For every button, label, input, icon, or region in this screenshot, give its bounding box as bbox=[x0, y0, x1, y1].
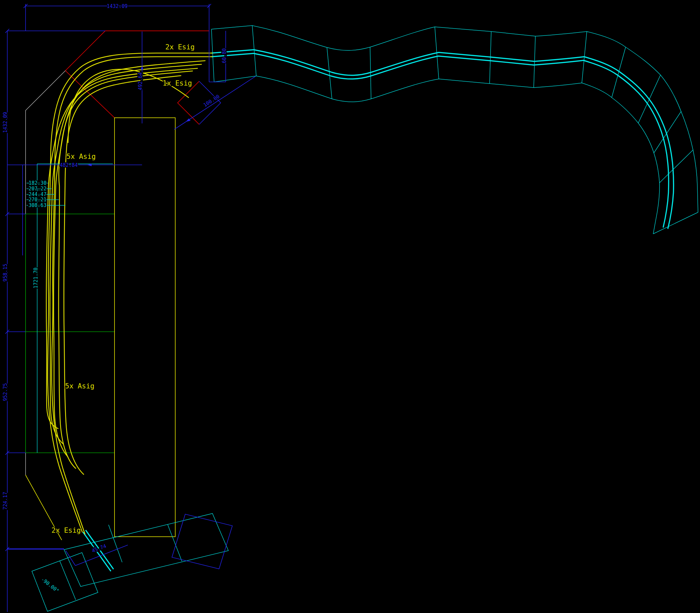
tube-end-cap bbox=[653, 212, 698, 234]
dim-diag-lower: 45.74 bbox=[91, 543, 107, 554]
esig-cable-2 bbox=[52, 57, 213, 534]
esig-cable-1 bbox=[48, 53, 213, 532]
dim-left-seg-1: 1432.09 bbox=[2, 112, 8, 133]
tube-panel-divider bbox=[660, 150, 693, 183]
label-asig-lower: 5x Asig bbox=[65, 382, 94, 390]
tube-cable-b bbox=[212, 53, 669, 227]
dim-asig-row: 482.84 bbox=[60, 162, 78, 168]
red-diagonal-right bbox=[65, 71, 115, 118]
cad-drawing: 1432.09 1432.09 958.15 952.75 724.17 492… bbox=[0, 0, 700, 613]
cad-viewport[interactable]: 1432.09 1432.09 958.15 952.75 724.17 492… bbox=[0, 0, 700, 613]
bottom-box-divider bbox=[109, 525, 122, 562]
offset-label-4: 270.21 bbox=[28, 197, 47, 203]
asig-cable-4 bbox=[59, 71, 192, 468]
dim-top-width: 1432.09 bbox=[106, 3, 127, 9]
offset-label-5: 308.63 bbox=[28, 203, 47, 208]
label-esig-top: 2x Esig bbox=[165, 43, 195, 51]
diamond-red-edges bbox=[178, 81, 199, 125]
dim-bottom-angle: -90.00° bbox=[40, 576, 60, 594]
tube-panel-divider bbox=[212, 29, 214, 82]
dim-cyan-span: 1721.70 bbox=[33, 268, 39, 288]
dim-tube-entry: 60.80 bbox=[221, 48, 227, 63]
offset-label-1: 182.30 bbox=[28, 180, 47, 186]
bottom-box-divider bbox=[168, 524, 182, 561]
tube-panel-divider bbox=[654, 112, 681, 153]
tube-outline-bottom bbox=[214, 76, 660, 234]
tube-panel-divider bbox=[252, 26, 256, 76]
dimension-layer: 1432.09 1432.09 958.15 952.75 724.17 492… bbox=[2, 3, 256, 612]
dim-esig-drop: 492.64 bbox=[137, 72, 143, 90]
asig-cable-3 bbox=[53, 61, 205, 457]
tube-cable-a bbox=[212, 50, 673, 229]
tube-panel-divider bbox=[327, 48, 332, 99]
label-asig-upper: 5x Asig bbox=[66, 153, 96, 160]
dim-left-seg-3: 952.75 bbox=[2, 383, 8, 401]
cable-bundle bbox=[46, 53, 213, 534]
label-esig-single: 1x Esig bbox=[163, 79, 192, 87]
dim-left-seg-2: 958.15 bbox=[2, 264, 8, 282]
bottom-box-small-divider bbox=[60, 561, 76, 600]
offset-label-2: 207.22 bbox=[28, 186, 47, 192]
tube-band bbox=[212, 26, 698, 234]
signal-diamond bbox=[178, 81, 221, 125]
red-diagonal-left bbox=[65, 31, 105, 71]
asig-cable-5 bbox=[64, 76, 181, 474]
bottom-box-main bbox=[64, 513, 228, 586]
yellow-cabinet-rect bbox=[115, 118, 175, 537]
dim-left-seg-4: 724.17 bbox=[2, 492, 8, 510]
label-esig-bottom: 2x Esig bbox=[51, 526, 81, 534]
bottom-blue-box bbox=[172, 514, 232, 569]
